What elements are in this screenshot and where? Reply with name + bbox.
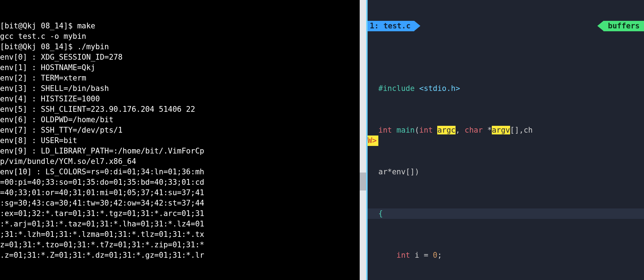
semi: ; <box>437 251 442 260</box>
terminal-line: env[0] : XDG_SESSION_ID=278 <box>0 52 360 63</box>
decl: i = <box>410 251 433 260</box>
terminal-line: env[8] : USER=bit <box>0 136 360 146</box>
include-header: <stdio.h> <box>419 84 460 93</box>
param-argv: argv <box>492 126 510 134</box>
terminal-line: env[2] : TERM=xterm <box>0 73 360 83</box>
terminal-line: :ex=01;32:*.tar=01;31:*.tgz=01;31:*.arc=… <box>0 208 360 219</box>
tail: [],ch <box>510 126 533 134</box>
space <box>433 126 438 134</box>
buffers-label: buffers <box>608 21 640 31</box>
terminal-line: :sg=30;43:ca=30;41:tw=30;42:ow=34;42:st=… <box>0 198 360 208</box>
terminal-line: [bit@Qkj 08_14]$ make <box>0 21 360 31</box>
terminal-line: z=01;31:*.tzo=01;31:*.t7z=01;31:*.zip=01… <box>0 240 360 250</box>
code-line: W>int main(int argc, char *argv[],ch <box>368 125 644 136</box>
include-kw: #include <box>378 84 415 93</box>
param-env: env <box>392 167 406 176</box>
kw-char: char <box>465 126 483 134</box>
terminal-line: env[4] : HISTSIZE=1000 <box>0 94 360 104</box>
terminal-pane[interactable]: [bit@Qkj 08_14]$ makegcc test.c -o mybin… <box>0 0 360 280</box>
buffers-button[interactable]: buffers <box>603 21 644 31</box>
code-line-current: { <box>368 208 644 219</box>
terminal-line: env[10] : LS_COLORS=rs=0:di=01;34:ln=01;… <box>0 167 360 177</box>
terminal-line: env[6] : OLDPWD=/home/bit <box>0 115 360 125</box>
star: * <box>387 167 392 176</box>
terminal-line: gcc test.c -o mybin <box>0 31 360 42</box>
tab-label: 1: test.c <box>370 21 411 31</box>
editor-pane[interactable]: 1: test.c buffers #include <stdio.h> W>i… <box>368 0 644 280</box>
num-zero: 0 <box>433 251 438 260</box>
scrollbar-thumb[interactable] <box>360 173 366 191</box>
scrollbar-track[interactable] <box>360 0 366 280</box>
terminal-line: p/vim/bundle/YCM.so/el7.x86_64 <box>0 156 360 167</box>
terminal-line: :*.arj=01;31:*.taz=01;31:*.lha=01;31:*.l… <box>0 219 360 229</box>
code-area[interactable]: #include <stdio.h> W>int main(int argc, … <box>368 63 644 280</box>
kw-int: int <box>419 126 433 134</box>
wrap-ar: ar <box>378 167 387 176</box>
fn-main: main <box>397 126 415 134</box>
brace-open: { <box>378 209 383 218</box>
param-argc: argc <box>437 126 456 134</box>
tabline: 1: test.c buffers <box>368 21 644 31</box>
terminal-line: ;31:*.lzh=01;31:*.lzma=01;31:*.tlz=01;31… <box>0 229 360 240</box>
kw-int: int <box>378 126 392 134</box>
code-line: ar*env[]) <box>368 167 644 177</box>
terminal-line: [bit@Qkj 08_14]$ ./mybin <box>0 42 360 52</box>
terminal-line: env[3] : SHELL=/bin/bash <box>0 83 360 94</box>
kw-int: int <box>397 251 410 260</box>
terminal-line: env[7] : SSH_TTY=/dev/pts/1 <box>0 125 360 136</box>
terminal-line: env[9] : LD_LIBRARY_PATH=:/home/bit/.Vim… <box>0 146 360 156</box>
warning-gutter-icon: W> <box>368 136 378 146</box>
pane-splitter[interactable] <box>360 0 368 280</box>
code-line: int i = 0; <box>368 250 644 261</box>
indent <box>378 251 397 260</box>
terminal-line: .z=01;31:*.Z=01;31:*.dz=01;31:*.gz=01;31… <box>0 250 360 261</box>
tail: []) <box>406 167 419 176</box>
code-line: #include <stdio.h> <box>368 83 644 94</box>
star: * <box>483 126 492 134</box>
terminal-line: =00:pi=40;33:so=01;35:do=01;35:bd=40;33;… <box>0 177 360 188</box>
terminal-line: env[5] : SSH_CLIENT=223.90.176.204 51406… <box>0 104 360 115</box>
comma: , <box>456 126 465 134</box>
terminal-line: env[1] : HOSTNAME=Qkj <box>0 63 360 73</box>
terminal-line: =40;33;01:or=40;31;01:mi=01;05;37;41:su=… <box>0 188 360 198</box>
tabline-spacer <box>414 21 604 31</box>
tab-test-c[interactable]: 1: test.c <box>368 21 414 31</box>
terminal-output: [bit@Qkj 08_14]$ makegcc test.c -o mybin… <box>0 21 360 261</box>
paren: ( <box>415 126 419 134</box>
